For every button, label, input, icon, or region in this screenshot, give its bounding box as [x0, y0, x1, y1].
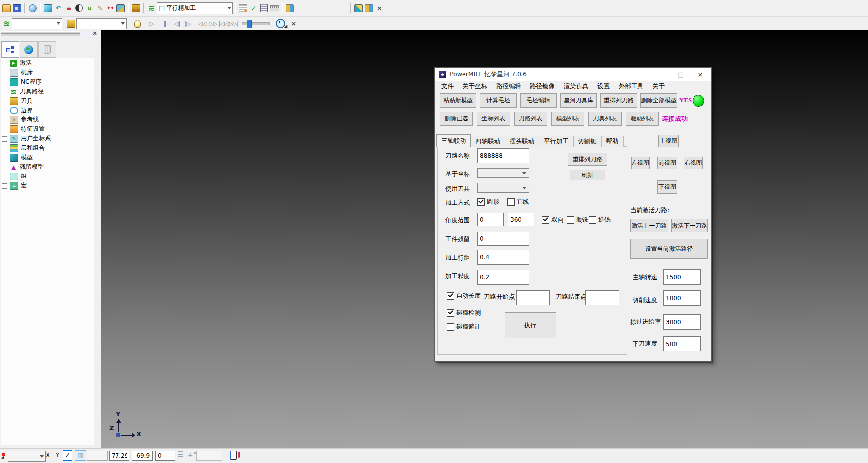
model-list-button[interactable]: 模型列表 — [551, 112, 584, 126]
slider-handle[interactable] — [247, 20, 252, 28]
tree-item-nc-program[interactable]: NC程序 — [1, 77, 94, 87]
shade-lamp-icon[interactable] — [133, 19, 142, 29]
go-to-end-button[interactable]: ▷▷| — [229, 19, 238, 29]
sim-speed-slider[interactable] — [242, 22, 270, 25]
climb-mill-checkbox[interactable]: 顺铣 — [567, 216, 588, 224]
maximize-button[interactable]: □ — [673, 68, 688, 81]
view-right-button[interactable]: 右视图 — [684, 157, 703, 169]
tolerance-field[interactable] — [196, 451, 222, 461]
axis-x-button[interactable]: X — [44, 452, 52, 459]
bidirectional-checkbox[interactable]: 双向 — [542, 216, 564, 224]
tree-item-activate[interactable]: ▶激活 — [1, 58, 94, 68]
tab-parallel[interactable]: 平行加工 — [539, 136, 574, 147]
activate-next-toolpath-button[interactable]: 激活下一刀路 — [671, 219, 708, 232]
rewind-button[interactable]: ◁◁ — [198, 19, 207, 29]
play-button[interactable]: ▷ — [147, 19, 156, 29]
conventional-mill-checkbox[interactable]: 逆铣 — [589, 216, 611, 224]
pointer-target-icon[interactable]: +° — [187, 451, 197, 459]
toolpath-spring-icon[interactable]: ≋ — [2, 19, 11, 29]
refresh-button[interactable]: 刷新 — [570, 170, 605, 180]
rearrange-button[interactable]: 重排列刀路 — [568, 153, 607, 166]
tree-item-machine[interactable]: 机床 — [1, 68, 94, 77]
collision-check-icon[interactable]: ∪ — [85, 3, 94, 13]
paste-new-model-button[interactable]: 粘贴新模型 — [440, 93, 476, 108]
coord-list-button[interactable]: 坐标列表 — [477, 112, 510, 126]
base-coord-combobox[interactable] — [477, 168, 529, 178]
stock-remain-input[interactable] — [477, 232, 529, 246]
panel-tab-recycle[interactable] — [38, 41, 56, 58]
block-edit-button[interactable]: 毛坯编辑 — [520, 93, 557, 108]
view-left-button[interactable]: 左视图 — [631, 157, 650, 169]
clear-session-icon[interactable] — [28, 3, 37, 13]
toolpath-name-input[interactable] — [477, 148, 529, 163]
pause-button[interactable]: ∥ — [160, 19, 169, 29]
pattern-points-icon[interactable]: ♦♦ — [106, 3, 115, 13]
menu-coords[interactable]: 关于坐标 — [458, 82, 492, 91]
delete-all-models-button[interactable]: 删除全部模型 — [640, 93, 677, 108]
tab-4axis[interactable]: 四轴联动 — [471, 136, 505, 147]
tab-help[interactable]: 帮助 — [602, 136, 624, 147]
tolerance-input[interactable] — [477, 270, 529, 285]
tab-head-tilt[interactable]: 摆头联动 — [505, 136, 539, 147]
use-tool-combobox[interactable] — [477, 183, 529, 193]
float-panel-icon[interactable] — [84, 32, 90, 37]
tree-item-patterns[interactable]: ✕参考线 — [1, 115, 94, 124]
sim-tool-combobox[interactable] — [76, 18, 127, 29]
stepover-input[interactable] — [477, 250, 529, 265]
coord-x-input[interactable] — [109, 451, 129, 461]
tree-item-feature-sets[interactable]: 特征设置 — [1, 124, 94, 134]
tree-item-tools[interactable]: 刀具 — [1, 96, 94, 106]
panel-close-button[interactable]: × — [92, 30, 97, 37]
chevron-down-icon[interactable] — [227, 7, 231, 11]
corner-expand-icon[interactable]: ◢ — [1, 455, 4, 459]
toolpath-list-button[interactable]: 刀路列表 — [514, 112, 547, 126]
menu-render-sim[interactable]: 渲染仿真 — [559, 82, 593, 91]
expand-plus-icon[interactable] — [2, 183, 7, 189]
toolpath-edit-icon[interactable]: ≡ — [64, 3, 73, 13]
chevron-down-icon[interactable] — [57, 22, 60, 27]
draft-pencil-icon[interactable]: ✎ — [95, 3, 105, 13]
dialog-titlebar[interactable]: ★ PowerMILL 忆梦星河 7.0.6 — [435, 68, 711, 81]
close-button[interactable]: × — [693, 68, 708, 81]
verify-toolpath-icon[interactable]: ✓ — [249, 3, 258, 13]
strategy-preset-combobox[interactable]: ▤ 平行精加工 — [157, 2, 233, 14]
auto-length-checkbox[interactable]: 自动长度 — [447, 292, 481, 300]
grid-snap-button[interactable]: ▦ — [75, 450, 86, 461]
method-line-checkbox[interactable]: 直线 — [507, 198, 529, 206]
execute-button[interactable]: 执行 — [505, 312, 556, 338]
coord-y-input[interactable] — [132, 451, 153, 461]
delete-selected-button[interactable]: 删除已选 — [440, 112, 473, 126]
calculator-icon[interactable] — [259, 3, 269, 13]
activate-prev-toolpath-button[interactable]: 激活上一刀路 — [630, 219, 668, 232]
tree-item-boundaries[interactable]: 边界 — [1, 106, 94, 115]
menu-settings[interactable]: 设置 — [593, 82, 614, 91]
collision-avoid-checkbox[interactable]: 碰撞避让 — [447, 323, 481, 331]
view-front-button[interactable]: 前视图 — [657, 157, 677, 169]
minimize-button[interactable]: – — [651, 68, 666, 81]
collision-check-checkbox[interactable]: 碰撞检测 — [447, 309, 481, 317]
step-back-button[interactable]: ◁| — [173, 19, 182, 29]
model-drill-icon[interactable] — [116, 3, 125, 13]
measure-ruler-icon[interactable] — [270, 3, 279, 13]
tool-pair-icon[interactable] — [285, 3, 294, 13]
expand-plus-icon[interactable] — [2, 136, 7, 142]
doc-icon[interactable] — [230, 451, 237, 460]
view-top-button[interactable]: 上视图 — [658, 135, 679, 147]
axis-z-button[interactable]: Z — [63, 450, 72, 461]
menu-file[interactable]: 文件 — [437, 82, 458, 91]
sim-toolpath-combobox[interactable] — [12, 18, 62, 29]
menu-about[interactable]: 关于 — [648, 82, 669, 91]
save-icon[interactable] — [12, 3, 22, 13]
plunge-feed-input[interactable] — [663, 336, 701, 351]
toolpath-favorite-icon[interactable] — [238, 3, 248, 13]
method-circle-checkbox[interactable]: 圆形 — [477, 198, 499, 206]
tool-swap-icon[interactable] — [364, 3, 374, 13]
tree-item-toolpaths[interactable]: ≋刀具路径 — [1, 87, 94, 96]
set-active-path-button[interactable]: 设置当前激活路径 — [630, 239, 708, 259]
angle-to-input[interactable] — [508, 213, 534, 226]
spindle-speed-input[interactable] — [663, 269, 701, 285]
cutting-feed-input[interactable] — [663, 290, 701, 306]
path-start-input[interactable] — [516, 290, 550, 305]
tree-item-levels[interactable]: 层和组合 — [1, 143, 94, 153]
tree-item-models[interactable]: 模型 — [1, 153, 94, 162]
